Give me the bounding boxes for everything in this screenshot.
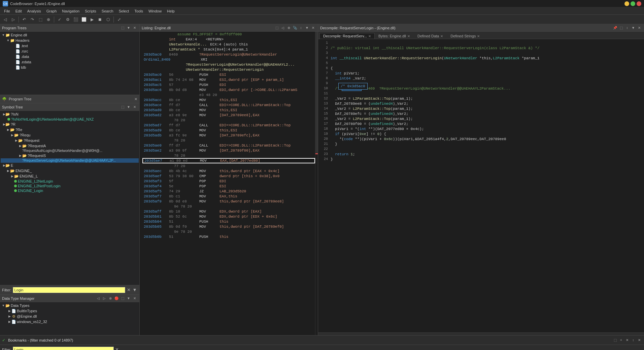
tree-arrow[interactable]: ▼ — [1, 33, 5, 37]
tree-arrow[interactable]: ▶ — [10, 133, 14, 137]
decompile-hscroll[interactable] — [318, 332, 644, 335]
tree-item-engine-dll[interactable]: ▼ 📁 Engine.dll — [1, 32, 139, 38]
program-trees-close[interactable]: ✕ — [132, 25, 137, 31]
tree-item-edata[interactable]: ▶ 📄 .edata — [1, 59, 139, 65]
program-trees-restore[interactable]: ⬚ — [120, 25, 125, 31]
menu-graph[interactable]: Graph — [44, 8, 60, 14]
dtm-btn-1[interactable]: ⊕ — [108, 296, 113, 301]
toolbar-btn-1[interactable]: ↶ — [21, 16, 28, 23]
filter-options-btn[interactable]: ▼ — [132, 287, 137, 293]
listing-btn-2[interactable]: ◁ — [280, 25, 285, 31]
sym-engine-l[interactable]: ▶ 📂 ENGINE_L — [1, 173, 139, 179]
dtm-tree-enginedll[interactable]: ▶ ⚙ @Engine.dll — [1, 314, 139, 319]
listing-row[interactable]: 203d5ad7 ff d7 CALL EDI=>CORE.DLL::L2Par… — [142, 123, 315, 128]
toolbar-btn-5[interactable]: ✓ — [56, 16, 63, 23]
decompile-btn-1[interactable]: 📌 — [612, 25, 618, 31]
tree-arrow[interactable]: ▶ — [1, 163, 5, 167]
tab-close-icon[interactable]: ✕ — [477, 34, 480, 38]
listing-row[interactable]: 203d5adb a3 fc 9e MOV [DAT_20789efc],EAX — [142, 133, 315, 138]
sym-engine[interactable]: ▶ 📂 ENGINE_ — [1, 168, 139, 173]
tab-defined-strings[interactable]: Defined Strings ✕ — [447, 33, 483, 39]
tree-item-headers[interactable]: ▼ 📁 Headers — [1, 38, 139, 43]
filter-input-bookmarks[interactable] — [13, 347, 114, 350]
toolbar-btn-6[interactable]: ⚙ — [64, 16, 71, 23]
listing-row[interactable]: 203d5b0b 51 PUSH this — [142, 234, 315, 239]
listing-btn-6[interactable]: ▼ — [304, 25, 310, 31]
toolbar-back[interactable]: ◁ — [1, 16, 9, 23]
symbol-tree-content[interactable]: ▶ 📂 ?IsN ?IsNotYetLogin@UNetworkHandler@… — [0, 111, 139, 285]
program-trees-content[interactable]: ▼ 📁 Engine.dll ▼ 📁 Headers ▶ 📄 .text ▶ 📄 — [0, 32, 139, 95]
dtm-content[interactable]: ▼ 📂 Data Types ▶ 📄 BuiltInTypes ▶ ⚙ @Eng… — [0, 302, 139, 335]
toolbar-btn-3[interactable]: ⬚ — [37, 16, 44, 23]
sym-engine-l2netpostlogin[interactable]: ENGINE_L2NetPostLogin — [1, 184, 139, 188]
tree-arrow[interactable]: ▶ — [7, 320, 11, 324]
minimize-button[interactable] — [624, 1, 629, 6]
dtm-btn-2[interactable]: 🔴 — [114, 296, 119, 301]
listing-row[interactable]: 203d5aff 8b 10 MOV EDX,dword ptr [EAX] — [142, 209, 315, 214]
dtm-tree-builtins[interactable]: ▶ 📄 BuiltInTypes — [1, 308, 139, 314]
filter-input-left[interactable] — [13, 287, 126, 293]
tab-close-icon[interactable]: ✕ — [368, 34, 371, 38]
dtm-btn-3[interactable]: ⬚ — [120, 296, 125, 301]
tree-arrow[interactable]: ▶ — [6, 128, 10, 132]
tree-arrow[interactable]: ▼ — [6, 38, 10, 42]
listing-row[interactable]: 203d5ad0 8b ce MOV this,ESI — [142, 107, 315, 113]
symbol-tree-close[interactable]: ✕ — [132, 104, 137, 110]
sym-requestauth[interactable]: ?RequestAuthLogin@UNetworkHandler@@W0H@.… — [1, 149, 139, 153]
listing-row[interactable]: 203d5af9 8b 0d e8 MOV this,dword ptr [DA… — [142, 199, 315, 204]
listing-row[interactable]: 203d5b01 8b 52 6c MOV EDX,dword ptr [EDX… — [142, 214, 315, 219]
menu-tools[interactable]: Tools — [132, 8, 146, 14]
tab-close-icon[interactable]: ✕ — [407, 34, 410, 38]
menu-navigation[interactable]: Navigation — [59, 8, 82, 14]
filter-clear-btn[interactable]: ✕ — [126, 287, 131, 293]
sym-e[interactable]: ▶ 📂 E — [1, 163, 139, 168]
tree-arrow[interactable]: ▶ — [1, 112, 5, 116]
listing-row[interactable]: 203d5af3 5f POP EDI — [142, 179, 315, 184]
listing-row[interactable]: 203d5af4 5e POP ESI — [142, 184, 315, 189]
bookmarks-btn-4[interactable]: ↕ — [631, 338, 636, 343]
tree-arrow[interactable]: ▶ — [18, 144, 22, 148]
tree-item-rsrc[interactable]: ▶ 📄 .rsrc — [1, 49, 139, 54]
tree-arrow[interactable]: ▶ — [14, 138, 18, 142]
listing-row[interactable]: 203d5ac1 8b 74 24 08 MOV ESI,dword ptr [… — [142, 77, 315, 82]
tree-arrow[interactable]: ▶ — [6, 169, 10, 173]
listing-row[interactable]: 203d5ad2 a3 e8 9e MOV [DAT_20789ee8],EAX — [142, 113, 315, 118]
tree-item-tdb[interactable]: ▶ 📄 tdb — [1, 65, 139, 70]
listing-btn-4[interactable]: 📎 — [292, 25, 298, 31]
sym-engine-l2netlogin[interactable]: ENGINE_L2NetLogin — [1, 179, 139, 184]
tab-defined-data[interactable]: Defined Data ✕ — [414, 33, 447, 39]
sym-re[interactable]: ▶ 📂 ?Re — [1, 127, 139, 132]
listing-content[interactable]: assume FS_OFFSET = 0xffdff000 int EAX:4 … — [142, 32, 315, 335]
dtm-nav-fwd[interactable]: ▷ — [102, 296, 107, 301]
toolbar-btn-10[interactable]: ⏹ — [96, 16, 104, 23]
listing-row[interactable]: 203d5ac5 57 PUSH EDI — [142, 82, 315, 87]
listing-row[interactable]: 203d5af5 74 29 JZ LAB_203d5b20 — [142, 189, 315, 194]
sym-engine-login[interactable]: ENGINE_Login — [1, 188, 139, 193]
dtm-close[interactable]: ✕ — [132, 296, 137, 301]
bookmarks-btn-5[interactable]: ✕ — [637, 338, 642, 343]
close-button[interactable] — [637, 1, 641, 6]
toolbar-btn-12[interactable]: ⤢ — [115, 16, 123, 23]
toolbar-btn-8[interactable]: ⬜ — [80, 16, 88, 23]
listing-row[interactable]: 203d5aef 53 79 38 00 CMP dword ptr [this… — [142, 173, 315, 179]
decompile-close[interactable]: ✕ — [637, 25, 642, 31]
maximize-button[interactable] — [631, 1, 635, 6]
listing-close[interactable]: ✕ — [310, 25, 316, 31]
sym-request[interactable]: ▶ 📂 ?Request — [1, 138, 139, 143]
program-tree-tab[interactable]: 🌳 Program Tree ✕ — [0, 95, 139, 103]
listing-row[interactable]: 203d5ad9 8b ce MOV this,ESI — [142, 128, 315, 133]
toolbar-btn-2[interactable]: ↷ — [29, 16, 36, 23]
tab-bytes-engine[interactable]: Bytes: Engine.dll ✕ — [375, 33, 414, 39]
bookmarks-btn-2[interactable]: + — [618, 338, 624, 343]
bookmarks-btn-1[interactable]: ⬚ — [612, 338, 618, 343]
menu-edit[interactable]: Edit — [13, 8, 25, 14]
decompile-content[interactable]: /* 0x3d5ac0 1 2 /* public: virtual int _… — [318, 39, 644, 332]
listing-btn-5[interactable]: ↕ — [298, 25, 304, 31]
tree-arrow[interactable]: ▶ — [10, 174, 14, 178]
sym-requesta[interactable]: ▶ 📂 ?RequestA — [1, 143, 139, 149]
tree-arrow[interactable]: ▶ — [1, 122, 5, 126]
listing-row[interactable]: 203d5ae0 ff d7 CALL EDI=>CORE.DLL::L2Par… — [142, 143, 315, 148]
listing-row[interactable]: 203d5b05 8b 0d f0 MOV this,dword ptr [DA… — [142, 224, 315, 229]
menu-search[interactable]: Search — [99, 8, 116, 14]
menu-file[interactable]: File — [1, 8, 13, 14]
